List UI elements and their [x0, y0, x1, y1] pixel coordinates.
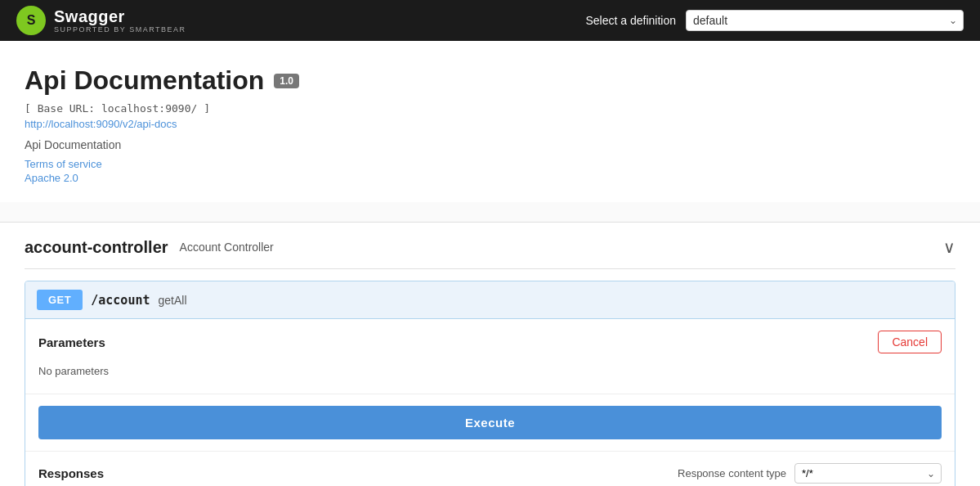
topbar: S Swagger Supported by SMARTBEAR Select …: [0, 0, 980, 41]
response-type-dropdown-wrapper[interactable]: */* ⌄: [794, 463, 942, 484]
definition-select-area: Select a definition default ⌄: [585, 10, 964, 31]
api-docs-link[interactable]: http://localhost:9090/v2/api-docs: [25, 118, 955, 130]
endpoint-path: /account: [91, 293, 150, 308]
api-title-row: Api Documentation 1.0: [25, 65, 955, 96]
no-params-text: No parameters: [38, 362, 942, 385]
controller-name: account-controller: [25, 238, 168, 257]
terms-of-service-link[interactable]: Terms of service: [25, 158, 955, 170]
params-title: Parameters: [38, 335, 105, 349]
response-type-dropdown[interactable]: */*: [794, 463, 942, 484]
responses-section: Responses Response content type */* ⌄: [25, 452, 955, 486]
api-description: Api Documentation: [25, 138, 955, 151]
controller-header[interactable]: account-controller Account Controller ∨: [25, 223, 955, 269]
definition-dropdown-wrapper[interactable]: default ⌄: [686, 10, 964, 31]
logo-subtitle: Supported by SMARTBEAR: [54, 25, 186, 34]
swagger-logo-icon: S: [16, 6, 46, 35]
params-header-row: Parameters Cancel: [38, 331, 942, 353]
responses-header-row: Responses Response content type */* ⌄: [38, 463, 942, 484]
endpoint-header[interactable]: GET /account getAll: [25, 281, 955, 318]
api-title: Api Documentation: [25, 65, 264, 96]
logo-text: Swagger Supported by SMARTBEAR: [54, 7, 186, 34]
base-url: [ Base URL: localhost:9090/ ]: [25, 102, 955, 115]
endpoint-body: Parameters Cancel No parameters Execute …: [25, 318, 955, 486]
main-content: Api Documentation 1.0 [ Base URL: localh…: [0, 41, 980, 202]
endpoint-operation-name: getAll: [158, 294, 186, 307]
definition-dropdown[interactable]: default: [686, 10, 964, 31]
logo-area: S Swagger Supported by SMARTBEAR: [16, 6, 186, 35]
response-content-label: Response content type: [678, 467, 786, 479]
logo-title: Swagger: [54, 7, 186, 25]
method-badge: GET: [37, 290, 83, 310]
execute-button[interactable]: Execute: [38, 406, 942, 439]
execute-section: Execute: [25, 394, 955, 452]
version-badge: 1.0: [274, 74, 299, 88]
responses-title: Responses: [38, 466, 104, 480]
response-content-right: Response content type */* ⌄: [678, 463, 942, 484]
definition-label: Select a definition: [585, 14, 676, 27]
controller-description: Account Controller: [180, 241, 274, 254]
chevron-down-icon: ∨: [943, 237, 955, 257]
endpoint-wrapper: GET /account getAll Parameters Cancel No…: [25, 281, 955, 486]
cancel-button[interactable]: Cancel: [878, 331, 942, 353]
svg-text:S: S: [27, 13, 36, 27]
controller-title-area: account-controller Account Controller: [25, 238, 274, 257]
license-link[interactable]: Apache 2.0: [25, 172, 955, 184]
controller-section: account-controller Account Controller ∨ …: [0, 223, 980, 486]
params-section: Parameters Cancel No parameters: [25, 319, 955, 394]
